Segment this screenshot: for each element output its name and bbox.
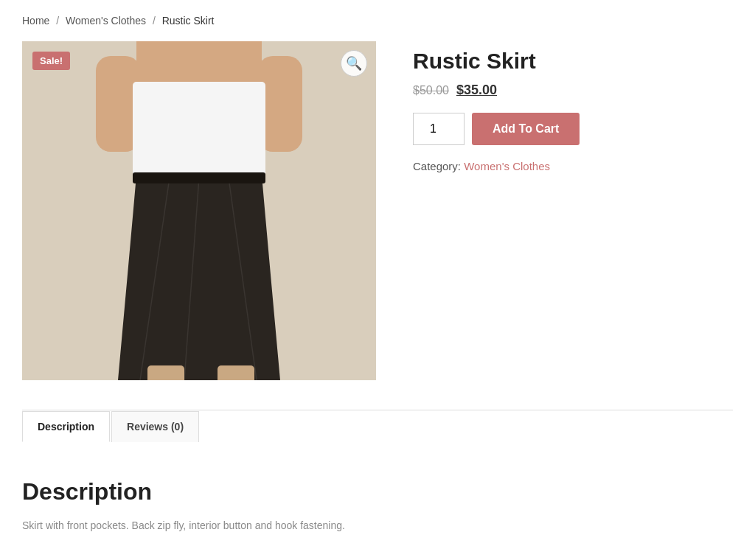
sale-badge: Sale! — [32, 52, 70, 70]
add-to-cart-button[interactable]: Add To Cart — [472, 113, 580, 145]
breadcrumb: Home / Women's Clothes / Rustic Skirt — [22, 15, 733, 27]
product-image — [22, 41, 376, 380]
svg-rect-9 — [147, 365, 184, 380]
product-illustration — [22, 41, 376, 380]
description-body: Skirt with front pockets. Back zip fly, … — [22, 517, 733, 533]
breadcrumb-current: Rustic Skirt — [162, 15, 215, 27]
category-line: Category: Women's Clothes — [413, 160, 733, 172]
product-details: Rustic Skirt $50.00 $35.00 Add To Cart C… — [413, 41, 733, 380]
quantity-input[interactable] — [413, 113, 465, 145]
description-section: Description Skirt with front pockets. Ba… — [22, 463, 733, 548]
price-sale: $35.00 — [456, 83, 497, 98]
zoom-icon[interactable]: 🔍 — [341, 50, 367, 77]
svg-rect-11 — [133, 172, 265, 183]
category-link[interactable]: Women's Clothes — [464, 160, 550, 172]
breadcrumb-sep-1: / — [56, 15, 59, 27]
product-image-wrapper: Sale! 🔍 — [22, 41, 376, 380]
tabs-section: Description Reviews (0) — [22, 410, 733, 441]
page-wrapper: Home / Women's Clothes / Rustic Skirt Sa… — [0, 0, 755, 560]
category-label: Category: — [413, 160, 461, 172]
price-original: $50.00 — [413, 84, 449, 97]
svg-rect-10 — [218, 365, 254, 380]
breadcrumb-category[interactable]: Women's Clothes — [66, 15, 146, 27]
tab-reviews[interactable]: Reviews (0) — [111, 411, 199, 442]
add-to-cart-row: Add To Cart — [413, 113, 733, 145]
tabs-list: Description Reviews (0) — [22, 410, 733, 441]
breadcrumb-home[interactable]: Home — [22, 15, 49, 27]
svg-rect-4 — [136, 41, 262, 85]
breadcrumb-sep-2: / — [153, 15, 156, 27]
product-title: Rustic Skirt — [413, 49, 733, 74]
price-area: $50.00 $35.00 — [413, 83, 733, 98]
product-section: Sale! 🔍 — [22, 41, 733, 380]
svg-rect-5 — [133, 82, 265, 178]
tab-description[interactable]: Description — [22, 411, 110, 442]
description-heading: Description — [22, 478, 733, 505]
